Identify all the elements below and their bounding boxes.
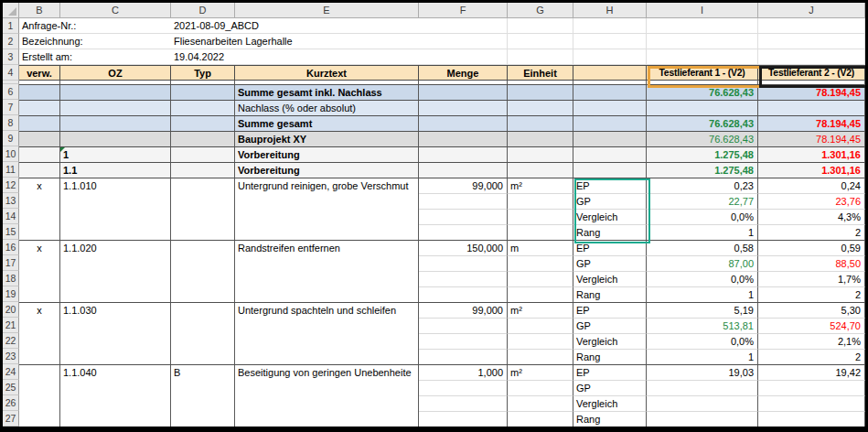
cell-C7[interactable] — [60, 100, 171, 115]
cell-F14[interactable] — [419, 209, 508, 224]
cell-J1[interactable] — [758, 18, 865, 34]
cell-F18[interactable] — [419, 271, 508, 286]
cell-J13[interactable]: 23,76 — [758, 193, 865, 209]
cell-E9[interactable]: Bauprojekt XY — [235, 131, 419, 146]
cell-F25[interactable] — [419, 380, 508, 395]
cell-H13[interactable]: GP — [573, 193, 647, 209]
cell-B3[interactable]: Erstellt am: — [19, 49, 171, 65]
row-header-13[interactable]: 13 — [3, 193, 19, 209]
cell-J27[interactable] — [758, 411, 865, 427]
row-header-1[interactable]: 1 — [3, 18, 19, 34]
row-header-24[interactable]: 24 — [3, 364, 19, 380]
cell-B20[interactable]: x — [19, 302, 60, 318]
cell-D24[interactable]: B — [171, 364, 235, 380]
cell-I25[interactable] — [647, 380, 758, 395]
row-header-10[interactable]: 10 — [3, 146, 19, 162]
cell-B19[interactable] — [19, 286, 60, 302]
cell-I7[interactable] — [647, 100, 758, 115]
cell-H18[interactable]: Vergleich — [573, 271, 647, 286]
cell-E19[interactable] — [235, 286, 419, 302]
cell-C14[interactable] — [60, 209, 171, 224]
cell-F9[interactable] — [419, 131, 508, 146]
cell-E10[interactable]: Vorbereitung — [235, 146, 419, 162]
cell-H3[interactable] — [573, 49, 647, 65]
cell-F20[interactable]: 99,000 — [419, 302, 508, 318]
cell-J8[interactable]: 78.194,45 — [758, 115, 865, 131]
row-header-26[interactable]: 26 — [3, 395, 19, 411]
row-header-23[interactable]: 23 — [3, 349, 19, 364]
cell-C20[interactable]: 1.1.030 — [60, 302, 171, 318]
cell-B15[interactable] — [19, 224, 60, 240]
cell-F15[interactable] — [419, 224, 508, 240]
cell-E26[interactable] — [235, 395, 419, 411]
column-header-D[interactable]: D — [171, 3, 235, 18]
cell-J6[interactable]: 78.194,45 — [758, 84, 865, 100]
cell-E21[interactable] — [235, 318, 419, 333]
cell-J2[interactable] — [758, 34, 865, 49]
cell-C13[interactable] — [60, 193, 171, 209]
cell-G3[interactable] — [508, 49, 573, 65]
cell-G26[interactable] — [508, 395, 573, 411]
cell-I18[interactable]: 0,0% — [647, 271, 758, 286]
cell-D2[interactable]: Fliesenarbeiten Lagerhalle — [171, 34, 419, 49]
cell-D19[interactable] — [171, 286, 235, 302]
cell-G14[interactable] — [508, 209, 573, 224]
cell-J22[interactable]: 2,1% — [758, 333, 865, 349]
row-header-21[interactable]: 21 — [3, 318, 19, 333]
cell-B2[interactable]: Bezeichnung: — [19, 34, 171, 49]
cell-B8[interactable] — [19, 115, 60, 131]
cell-E14[interactable] — [235, 209, 419, 224]
cell-F6[interactable] — [419, 84, 508, 100]
row-header-3[interactable]: 3 — [3, 49, 19, 65]
row-header-6[interactable]: 6 — [3, 84, 19, 100]
cell-F27[interactable] — [419, 411, 508, 427]
cell-H14[interactable]: Vergleich — [573, 209, 647, 224]
cell-D22[interactable] — [171, 333, 235, 349]
cell-G17[interactable] — [508, 255, 573, 271]
cell-G2[interactable] — [508, 34, 573, 49]
cell-E24[interactable]: Beseitigung von geringen Unebenheite — [235, 364, 419, 380]
cell-D12[interactable] — [171, 178, 235, 193]
row-header-8[interactable]: 8 — [3, 115, 19, 131]
cell-F12[interactable]: 99,000 — [419, 178, 508, 193]
cell-C25[interactable] — [60, 380, 171, 395]
cell-I21[interactable]: 513,81 — [647, 318, 758, 333]
row-header-15[interactable]: 15 — [3, 224, 19, 240]
cell-F19[interactable] — [419, 286, 508, 302]
cell-H2[interactable] — [573, 34, 647, 49]
cell-F7[interactable] — [419, 100, 508, 115]
cell-B17[interactable] — [19, 255, 60, 271]
cell-E22[interactable] — [235, 333, 419, 349]
select-all-corner[interactable] — [3, 3, 19, 18]
column-header-E[interactable]: E — [235, 3, 419, 18]
cell-C21[interactable] — [60, 318, 171, 333]
cell-B13[interactable] — [19, 193, 60, 209]
cell-F13[interactable] — [419, 193, 508, 209]
cell-I6[interactable]: 76.628,43 — [647, 84, 758, 100]
cell-C18[interactable] — [60, 271, 171, 286]
cell-F11[interactable] — [419, 162, 508, 178]
cell-F8[interactable] — [419, 115, 508, 131]
cell-F10[interactable] — [419, 146, 508, 162]
cell-G10[interactable] — [508, 146, 573, 162]
row-header-14[interactable]: 14 — [3, 209, 19, 224]
cell-D17[interactable] — [171, 255, 235, 271]
cell-H15[interactable]: Rang — [573, 224, 647, 240]
cell-I9[interactable]: 76.628,43 — [647, 131, 758, 146]
row-header-11[interactable]: 11 — [3, 162, 19, 178]
cell-G21[interactable] — [508, 318, 573, 333]
cell-F3[interactable] — [419, 49, 508, 65]
cell-C27[interactable] — [60, 411, 171, 427]
cell-D13[interactable] — [171, 193, 235, 209]
cell-D16[interactable] — [171, 240, 235, 255]
cell-J16[interactable]: 0,59 — [758, 240, 865, 255]
cell-H1[interactable] — [573, 18, 647, 34]
row-header-7[interactable]: 7 — [3, 100, 19, 115]
cell-I10[interactable]: 1.275,48 — [647, 146, 758, 162]
cell-I3[interactable] — [647, 49, 758, 65]
cell-B16[interactable]: x — [19, 240, 60, 255]
cell-H24[interactable]: EP — [573, 364, 647, 380]
cell-G1[interactable] — [508, 18, 573, 34]
cell-I16[interactable]: 0,58 — [647, 240, 758, 255]
cell-J17[interactable]: 88,50 — [758, 255, 865, 271]
